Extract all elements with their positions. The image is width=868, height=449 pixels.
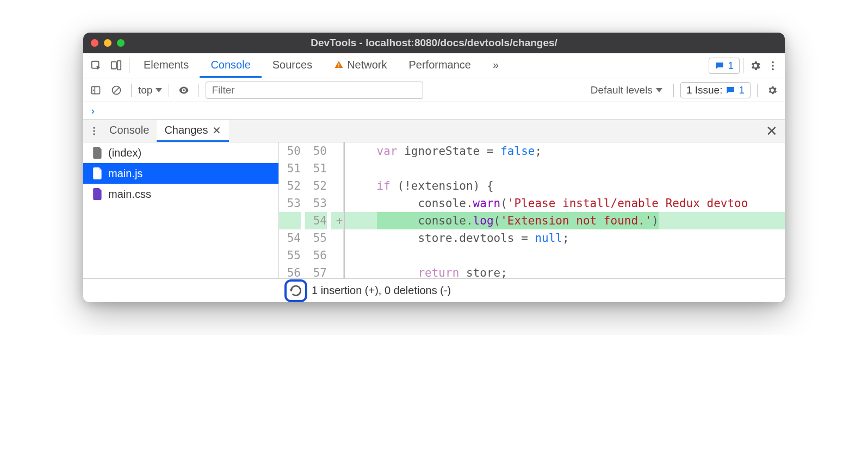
close-tab-button[interactable]: ✕ — [212, 124, 221, 137]
message-icon — [726, 85, 735, 95]
caret-down-icon — [156, 88, 162, 92]
console-prompt[interactable]: › — [83, 102, 785, 120]
drawer-tab-label: Console — [109, 124, 149, 136]
levels-label: Default levels — [591, 84, 653, 96]
file-name: main.js — [108, 167, 142, 180]
drawer-tab-label: Changes — [164, 124, 208, 136]
drawer-more-button[interactable] — [86, 119, 102, 144]
main-tabs: Elements Console Sources Network Perform… — [133, 53, 510, 78]
svg-rect-4 — [338, 66, 339, 67]
more-options-button[interactable] — [764, 53, 782, 78]
diff-line[interactable]: console.warn('Please install/enable Redu… — [345, 195, 785, 212]
tab-label: Elements — [144, 59, 189, 71]
clear-console-button[interactable] — [108, 82, 125, 98]
file-icon — [93, 147, 103, 159]
tab-elements[interactable]: Elements — [133, 53, 200, 78]
svg-point-7 — [772, 68, 774, 70]
context-selector[interactable]: top — [138, 84, 162, 96]
issues-chip-count: 1 — [739, 84, 745, 96]
levels-selector[interactable]: Default levels — [586, 84, 667, 96]
svg-rect-1 — [111, 61, 116, 68]
revert-button[interactable] — [284, 279, 307, 302]
svg-point-13 — [93, 130, 95, 132]
issues-count: 1 — [728, 60, 734, 72]
svg-point-11 — [183, 89, 185, 91]
file-item[interactable]: main.css — [83, 184, 278, 204]
window-title: DevTools - localhost:8080/docs/devtools/… — [83, 37, 785, 49]
sidebar-toggle-button[interactable] — [88, 82, 104, 98]
drawer-tab-changes[interactable]: Changes ✕ — [157, 120, 229, 142]
file-item[interactable]: main.js — [83, 163, 278, 184]
changes-footer: 1 insertion (+), 0 deletions (-) — [83, 278, 785, 302]
file-name: main.css — [108, 188, 151, 201]
tab-label: Performance — [409, 59, 472, 71]
tab-label: Sources — [272, 59, 312, 71]
tab-performance[interactable]: Performance — [398, 53, 482, 78]
live-expression-button[interactable] — [176, 82, 192, 98]
file-list: (index)main.jsmain.css — [83, 142, 279, 278]
minimize-window-button[interactable] — [104, 39, 111, 47]
devtools-window: DevTools - localhost:8080/docs/devtools/… — [83, 33, 785, 302]
tab-label: Console — [210, 59, 250, 71]
svg-line-10 — [114, 88, 119, 93]
file-item[interactable]: (index) — [83, 142, 278, 163]
device-toggle-button[interactable] — [106, 53, 126, 78]
toolbar-divider — [743, 58, 743, 73]
changes-summary: 1 insertion (+), 0 deletions (-) — [312, 284, 451, 297]
more-label: » — [493, 59, 499, 71]
file-icon — [93, 188, 103, 200]
changes-body: (index)main.jsmain.css 50515253545556505… — [83, 142, 785, 278]
filter-input[interactable] — [206, 82, 423, 99]
tab-console[interactable]: Console — [200, 53, 261, 78]
tab-network[interactable]: Network — [323, 53, 398, 78]
settings-button[interactable] — [747, 53, 764, 78]
toolbar-divider — [129, 58, 129, 73]
window-titlebar: DevTools - localhost:8080/docs/devtools/… — [83, 33, 785, 53]
issues-indicator[interactable]: 1 — [709, 58, 740, 74]
svg-rect-3 — [338, 64, 339, 66]
warning-icon — [334, 60, 344, 70]
diff-panel: 505152535455565051525354555657+ var igno… — [279, 142, 785, 278]
drawer-tab-console[interactable]: Console — [102, 120, 157, 142]
tab-sources[interactable]: Sources — [262, 53, 323, 78]
window-controls — [91, 39, 125, 47]
console-filter-bar: top Default levels 1 Issue: 1 — [83, 78, 785, 102]
svg-point-14 — [93, 133, 95, 135]
close-drawer-button[interactable]: ✕ — [762, 121, 782, 141]
diff-line[interactable]: var ignoreState = false; — [345, 142, 785, 160]
maximize-window-button[interactable] — [117, 39, 125, 47]
tabs-more-button[interactable]: » — [482, 53, 510, 78]
diff-line[interactable]: store.devtools = null; — [345, 229, 785, 247]
issues-chip[interactable]: 1 Issue: 1 — [680, 82, 751, 98]
console-settings-button[interactable] — [764, 82, 780, 98]
inspect-element-button[interactable] — [86, 53, 106, 78]
svg-point-5 — [772, 61, 774, 63]
context-label: top — [138, 84, 152, 96]
issues-label: 1 Issue: — [686, 84, 723, 96]
svg-point-12 — [93, 127, 95, 129]
diff-line[interactable] — [345, 160, 785, 177]
svg-point-6 — [772, 65, 774, 67]
prompt-caret: › — [90, 105, 96, 117]
file-icon — [93, 167, 103, 179]
diff-line[interactable]: if (!extension) { — [345, 177, 785, 195]
diff-line[interactable] — [345, 247, 785, 264]
main-toolbar: Elements Console Sources Network Perform… — [83, 53, 785, 78]
diff-line[interactable]: console.log('Extension not found.') — [345, 212, 785, 229]
caret-down-icon — [656, 88, 662, 92]
drawer-tabs: Console Changes ✕ ✕ — [83, 120, 785, 142]
file-name: (index) — [108, 147, 141, 159]
close-window-button[interactable] — [91, 39, 98, 47]
svg-rect-2 — [117, 60, 121, 70]
message-icon — [715, 61, 724, 71]
diff-line[interactable]: return store; — [345, 264, 785, 278]
tab-label: Network — [347, 59, 387, 71]
